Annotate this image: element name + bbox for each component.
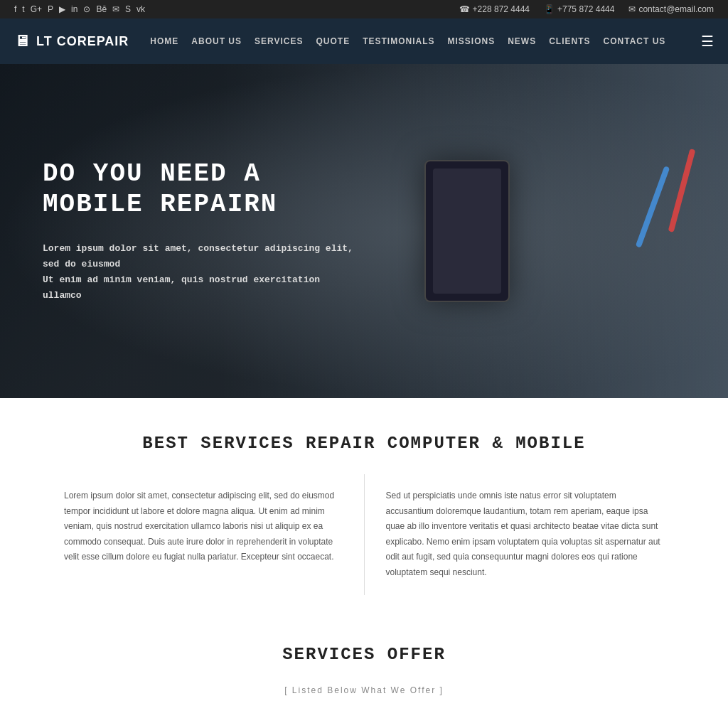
logo-text: LT COREPAIR <box>36 34 129 49</box>
mail-icon[interactable]: ✉ <box>112 4 119 14</box>
nav-news[interactable]: NEWS <box>508 36 536 46</box>
hero-section: DO YOU NEED AMOBILE REPAIRN Lorem ipsum … <box>0 64 728 398</box>
services-col1-text: Lorem ipsum dolor sit amet, consectetur … <box>64 488 343 565</box>
services-col2-text: Sed ut perspiciatis unde omnis iste natu… <box>386 488 665 581</box>
pinterest-icon[interactable]: P <box>48 4 53 14</box>
phone-repair-visual <box>424 160 510 302</box>
nav-services[interactable]: SERVICES <box>255 36 303 46</box>
offer-title: SERVICES OFFER <box>43 645 685 664</box>
services-section: BEST SERVICES REPAIR COMPUTER & MOBILE L… <box>0 398 728 616</box>
hero-subtitle: Lorem ipsum dolor sit amet, consectetur … <box>43 241 355 304</box>
behance-icon[interactable]: Bē <box>96 4 107 14</box>
mobile-icon: 📱 <box>544 4 555 14</box>
nav-clients[interactable]: CLIENTS <box>549 36 590 46</box>
youtube-icon[interactable]: ▶ <box>59 4 65 14</box>
email-contact: ✉ contact@email.com <box>628 4 714 14</box>
linkedin-icon[interactable]: in <box>71 4 77 14</box>
social-links[interactable]: f t G+ P ▶ in ⊙ Bē ✉ S vk <box>14 4 145 14</box>
phone-secondary-text: +775 872 4444 <box>557 4 614 14</box>
googleplus-icon[interactable]: G+ <box>31 4 42 14</box>
hero-content: DO YOU NEED AMOBILE REPAIRN Lorem ipsum … <box>0 159 398 304</box>
twitter-icon[interactable]: t <box>22 4 24 14</box>
nav-home[interactable]: HOME <box>150 36 178 46</box>
phone-primary: ☎ +228 872 4444 <box>459 4 530 14</box>
offer-section: SERVICES OFFER [ Listed Below What We Of… <box>0 616 728 710</box>
facebook-icon[interactable]: f <box>14 4 16 14</box>
dribbble-icon[interactable]: ⊙ <box>83 4 90 14</box>
vk-icon[interactable]: vk <box>136 4 145 14</box>
services-col-1: Lorem ipsum dolor sit amet, consectetur … <box>43 474 365 595</box>
nav-quote[interactable]: QUOTE <box>316 36 350 46</box>
skype-icon[interactable]: S <box>125 4 131 14</box>
hero-subtitle-line2: Ut enim ad minim veniam, quis nostrud ex… <box>43 274 320 301</box>
email-icon: ✉ <box>628 4 636 14</box>
nav-testimonials[interactable]: TESTIMONIALS <box>363 36 434 46</box>
services-title: BEST SERVICES REPAIR COMPUTER & MOBILE <box>43 434 685 453</box>
phone-inner <box>433 168 501 294</box>
hero-title: DO YOU NEED AMOBILE REPAIRN <box>43 159 355 220</box>
phone-icon: ☎ <box>459 4 470 14</box>
services-col-2: Sed ut perspiciatis unde omnis iste natu… <box>365 474 686 595</box>
nav-contact[interactable]: CONTACT US <box>604 36 666 46</box>
offer-subtitle: [ Listed Below What We Offer ] <box>43 685 685 695</box>
hamburger-menu[interactable]: ☰ <box>701 33 714 50</box>
header: 🖥 LT COREPAIR HOME ABOUT US SERVICES QUO… <box>0 18 728 64</box>
logo[interactable]: 🖥 LT COREPAIR <box>14 32 129 50</box>
phone-primary-text: +228 872 4444 <box>473 4 530 14</box>
hero-subtitle-line1: Lorem ipsum dolor sit amet, consectetur … <box>43 243 353 269</box>
top-bar: f t G+ P ▶ in ⊙ Bē ✉ S vk ☎ +228 872 444… <box>0 0 728 18</box>
main-nav: HOME ABOUT US SERVICES QUOTE TESTIMONIAL… <box>150 36 701 46</box>
phone-secondary: 📱 +775 872 4444 <box>544 4 614 14</box>
email-text: contact@email.com <box>638 4 714 14</box>
logo-icon: 🖥 <box>14 32 31 50</box>
nav-missions[interactable]: MISSIONS <box>448 36 496 46</box>
services-columns: Lorem ipsum dolor sit amet, consectetur … <box>43 474 685 595</box>
main-content: BEST SERVICES REPAIR COMPUTER & MOBILE L… <box>0 398 728 710</box>
contact-info: ☎ +228 872 4444 📱 +775 872 4444 ✉ contac… <box>459 4 714 14</box>
nav-about[interactable]: ABOUT US <box>191 36 242 46</box>
